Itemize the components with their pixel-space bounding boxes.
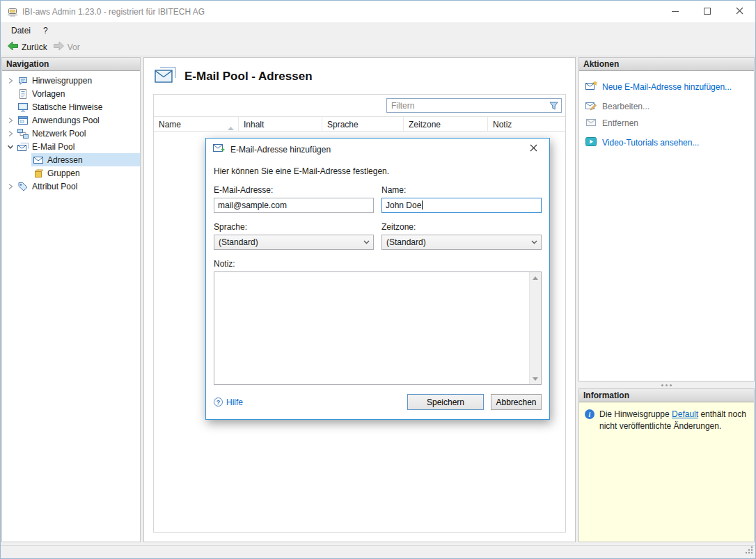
forward-arrow-icon (53, 41, 65, 53)
minimize-button[interactable] (659, 1, 691, 22)
main-header: E-Mail Pool - Adressen (144, 58, 575, 86)
nav-item-label: Netzwerk Pool (30, 128, 88, 139)
information-header: Information (579, 389, 754, 402)
nav-item-label: Attribut Pool (30, 181, 80, 191)
static-notices-icon (16, 102, 30, 113)
nav-item-label: Anwendungs Pool (30, 115, 102, 125)
chevron-right-icon[interactable] (5, 183, 16, 190)
navigation-panel: Navigation Hinweisgruppen Vorlagen Stati… (1, 57, 141, 542)
video-tutorials-icon (585, 136, 597, 149)
back-arrow-icon (7, 41, 19, 53)
default-group-link[interactable]: Default (672, 409, 698, 419)
navigation-tree: Hinweisgruppen Vorlagen Statische Hinwei… (2, 71, 140, 193)
email-pool-icon (16, 141, 30, 152)
chevron-down-icon[interactable] (5, 144, 16, 150)
action-label: Bearbeiten... (602, 102, 649, 111)
maximize-icon (704, 7, 711, 17)
text-caret (422, 200, 423, 210)
right-panel: Aktionen Neue E-Mail-Adresse hinzufügen.… (578, 57, 755, 542)
action-entfernen: Entfernen (585, 117, 748, 129)
edit-email-icon (585, 100, 597, 113)
groups-icon (31, 168, 45, 179)
add-email-dialog: E-Mail-Adresse hinzufügen Hier können Si… (205, 138, 550, 420)
nav-item-anwendungs-pool[interactable]: Anwendungs Pool (2, 113, 140, 127)
attribute-pool-icon (16, 181, 30, 192)
column-header-inhalt[interactable]: Inhalt (239, 117, 322, 131)
dialog-footer: Hilfe Speichern Abbrechen (206, 394, 549, 410)
forward-button-label: Vor (68, 42, 80, 52)
dialog-title: E-Mail-Adresse hinzufügen (230, 144, 331, 155)
cancel-button[interactable]: Abbrechen (491, 394, 542, 410)
chevron-right-icon[interactable] (5, 77, 16, 84)
action-bearbeiten: Bearbeiten... (585, 100, 748, 113)
action-label: Entfernen (602, 118, 638, 128)
nav-item-email-pool[interactable]: E-Mail Pool (2, 140, 140, 153)
nav-item-netzwerk-pool[interactable]: Netzwerk Pool (2, 127, 140, 140)
language-select[interactable]: (Standard) (214, 235, 374, 250)
help-link[interactable]: Hilfe (214, 397, 243, 407)
dialog-close-button[interactable] (518, 139, 549, 159)
minimize-icon (672, 7, 679, 17)
info-icon (585, 409, 594, 419)
scroll-up-icon[interactable] (530, 272, 541, 283)
action-new-email-address[interactable]: Neue E-Mail-Adresse hinzufügen... (585, 81, 748, 93)
timezone-select[interactable]: (Standard) (381, 235, 542, 250)
chevron-down-icon (360, 240, 373, 244)
note-textarea[interactable] (214, 271, 542, 385)
timezone-label: Zeitzone: (381, 222, 542, 232)
dialog-description: Hier können Sie eine E-Mail-Adresse fest… (214, 166, 542, 176)
nav-item-label: Gruppen (45, 168, 83, 178)
forward-button: Vor (52, 40, 84, 54)
filter-icon[interactable] (546, 102, 561, 110)
chevron-right-icon[interactable] (5, 130, 16, 137)
note-label: Notiz: (214, 259, 542, 269)
nav-item-label: Hinweisgruppen (30, 75, 95, 86)
nav-item-attribut-pool[interactable]: Attribut Pool (2, 180, 140, 193)
language-label: Sprache: (214, 222, 374, 232)
sort-ascending-icon (228, 123, 234, 132)
column-header-name[interactable]: Name (154, 117, 239, 131)
back-button-label: Zurück (22, 42, 47, 52)
nav-item-statische-hinweise[interactable]: Statische Hinweise (2, 100, 140, 113)
back-button[interactable]: Zurück (6, 40, 52, 54)
nav-item-vorlagen[interactable]: Vorlagen (2, 87, 140, 100)
titlebar: IBI-aws Admin 1.23.0 - registriert für I… (1, 1, 755, 22)
statusbar (1, 545, 755, 558)
chevron-right-icon[interactable] (5, 117, 16, 124)
new-email-icon (585, 81, 597, 93)
dialog-envelope-icon (213, 143, 225, 155)
panel-splitter[interactable] (578, 381, 755, 388)
nav-item-label: Adressen (45, 155, 86, 165)
notice-groups-icon (16, 75, 30, 86)
navigation-header: Navigation (2, 58, 140, 71)
nav-item-adressen[interactable]: Adressen (2, 153, 140, 166)
email-field[interactable]: mail@sample.com (214, 198, 374, 213)
menu-help[interactable]: ? (37, 24, 54, 38)
nav-item-label: Vorlagen (30, 88, 68, 99)
save-button[interactable]: Speichern (407, 394, 484, 410)
action-video-tutorials[interactable]: Video-Tutorials ansehen... (585, 136, 748, 149)
column-header-notiz[interactable]: Notiz (488, 117, 565, 131)
column-header-sprache[interactable]: Sprache (322, 117, 404, 131)
network-pool-icon (16, 128, 30, 139)
window-controls (659, 1, 755, 22)
nav-item-hinweisgruppen[interactable]: Hinweisgruppen (2, 74, 140, 87)
toolbar: Zurück Vor (1, 38, 755, 56)
information-message: Die Hinweisgruppe Default enthält noch n… (599, 409, 748, 432)
remove-email-icon (585, 117, 597, 129)
column-header-zeitzone[interactable]: Zeitzone (404, 117, 488, 131)
information-body: Die Hinweisgruppe Default enthält noch n… (579, 402, 754, 542)
menu-datei[interactable]: Datei (5, 24, 37, 38)
filter-input[interactable] (387, 101, 546, 111)
filter-row (154, 95, 565, 116)
help-icon (214, 397, 223, 407)
scroll-down-icon[interactable] (530, 373, 541, 384)
nav-item-gruppen[interactable]: Gruppen (2, 166, 140, 180)
maximize-button[interactable] (691, 1, 723, 22)
resize-grip[interactable] (744, 545, 753, 556)
actions-panel: Aktionen Neue E-Mail-Adresse hinzufügen.… (578, 57, 755, 381)
email-pool-header-icon (155, 65, 177, 86)
close-button[interactable] (723, 1, 755, 22)
name-field[interactable]: John Doe (381, 198, 542, 213)
note-scrollbar[interactable] (529, 272, 541, 384)
